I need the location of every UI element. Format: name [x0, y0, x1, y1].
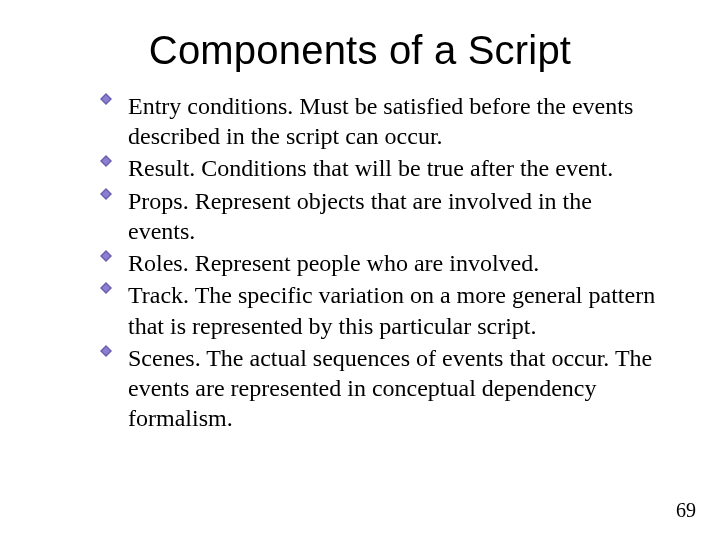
list-item-text: Result. Conditions that will be true aft…: [128, 153, 660, 183]
list-item-text: Props. Represent objects that are involv…: [128, 186, 660, 246]
diamond-bullet-icon: [100, 91, 128, 105]
list-item-text: Entry conditions. Must be satisfied befo…: [128, 91, 660, 151]
list-item: Result. Conditions that will be true aft…: [100, 153, 660, 183]
diamond-bullet-icon: [100, 248, 128, 262]
slide-body: Entry conditions. Must be satisfied befo…: [0, 91, 720, 434]
page-number: 69: [676, 499, 696, 522]
list-item: Entry conditions. Must be satisfied befo…: [100, 91, 660, 151]
list-item: Track. The specific variation on a more …: [100, 280, 660, 340]
list-item-text: Scenes. The actual sequences of events t…: [128, 343, 660, 434]
diamond-bullet-icon: [100, 280, 128, 294]
list-item: Scenes. The actual sequences of events t…: [100, 343, 660, 434]
diamond-bullet-icon: [100, 153, 128, 167]
diamond-bullet-icon: [100, 343, 128, 357]
list-item-text: Track. The specific variation on a more …: [128, 280, 660, 340]
list-item: Roles. Represent people who are involved…: [100, 248, 660, 278]
slide: Components of a Script Entry conditions.…: [0, 0, 720, 540]
list-item-text: Roles. Represent people who are involved…: [128, 248, 660, 278]
list-item: Props. Represent objects that are involv…: [100, 186, 660, 246]
diamond-bullet-icon: [100, 186, 128, 200]
slide-title: Components of a Script: [0, 0, 720, 91]
